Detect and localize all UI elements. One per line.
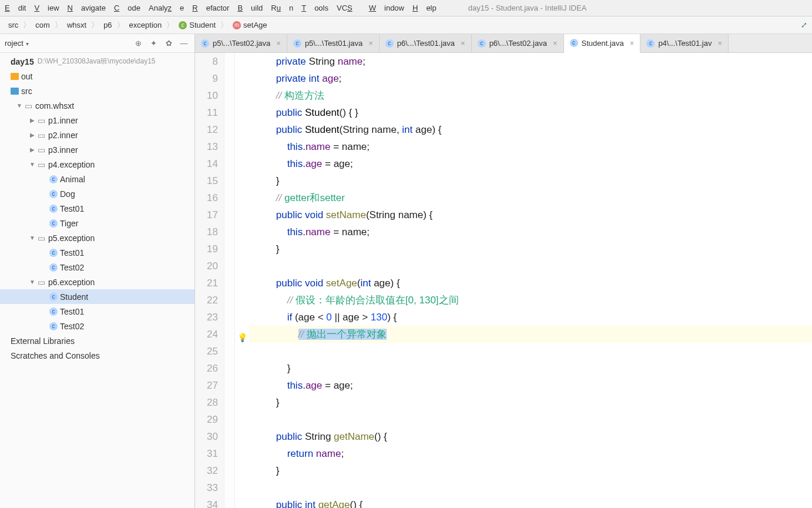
close-icon[interactable]: × [630, 39, 635, 48]
tree-node-test02[interactable]: Test02 [0, 260, 194, 275]
crumb-src[interactable]: src [5, 19, 22, 31]
tree-node-test01[interactable]: Test01 [0, 201, 194, 216]
menu-code[interactable]: Code [114, 4, 140, 12]
collapse-button[interactable]: ⤢ [801, 21, 807, 29]
tree-node-student[interactable]: Student [0, 289, 194, 304]
close-icon[interactable]: × [717, 39, 722, 48]
menu-refactor[interactable]: Refactor [192, 4, 229, 12]
tree-node-animal[interactable]: Animal [0, 172, 194, 186]
tree-external-libraries[interactable]: External Libraries [0, 333, 194, 348]
tree-node-p6.exception[interactable]: ▼p6.exception [0, 275, 194, 289]
intention-bulb-icon[interactable]: 💡 [237, 329, 247, 346]
code-area[interactable]: 8910111213141516171819202122232425262728… [195, 53, 812, 508]
menu-tools[interactable]: Tools [301, 4, 328, 12]
tab-label: Student.java [582, 39, 624, 48]
line-gutter[interactable]: 8910111213141516171819202122232425262728… [195, 53, 224, 508]
tree-node-p3.inner[interactable]: ▶p3.inner [0, 142, 194, 157]
close-icon[interactable]: × [276, 39, 281, 48]
crumb-p6[interactable]: p6 [100, 19, 115, 31]
window-title: day15 - Student.java - IntelliJ IDEA [468, 4, 587, 12]
locate-icon[interactable]: ⊕ [132, 38, 144, 49]
menu-navigate[interactable]: Navigate [68, 4, 106, 12]
menu-bar: Edit View Navigate Code Analyze Refactor… [0, 0, 812, 16]
tree-node-out[interactable]: out [0, 69, 194, 83]
tree-node-p5.exception[interactable]: ▼p5.exception [0, 230, 194, 245]
menu-build[interactable]: Build [237, 4, 263, 12]
tab-p6-----Test01-java[interactable]: p6\...\Test01.java× [380, 34, 472, 52]
crumb-whsxt[interactable]: whsxt [63, 19, 90, 31]
tree-node-test01[interactable]: Test01 [0, 245, 194, 260]
menu-vcs[interactable]: VCS [337, 4, 361, 12]
tab-label: p4\...\Test01.jav [658, 39, 712, 48]
icon-column[interactable]: 💡 [235, 53, 249, 508]
tree-node-p1.inner[interactable]: ▶p1.inner [0, 113, 194, 128]
java-class-icon [201, 39, 209, 48]
tree-node-p2.inner[interactable]: ▶p2.inner [0, 128, 194, 142]
project-tree[interactable]: day15D:\WH_210308Java班\mycode\day15outsr… [0, 53, 194, 508]
tab-label: p5\...\Test01.java [305, 39, 363, 48]
code-text[interactable]: private String name; private int age; //… [249, 53, 812, 508]
tree-node-dog[interactable]: Dog [0, 186, 194, 201]
java-class-icon [385, 39, 394, 48]
tab-p6-----Test02-java[interactable]: p6\...\Test02.java× [472, 34, 564, 52]
java-class-icon [570, 39, 578, 47]
tree-scratches-and-consoles[interactable]: Scratches and Consoles [0, 348, 194, 363]
tree-node-src[interactable]: src [0, 83, 194, 98]
tab-label: p6\...\Test02.java [489, 39, 547, 48]
tree-root[interactable]: day15D:\WH_210308Java班\mycode\day15 [0, 54, 194, 69]
java-class-icon [478, 39, 486, 48]
sidebar-view-selector[interactable]: roject [5, 39, 29, 48]
menu-view[interactable]: View [34, 4, 59, 12]
close-icon[interactable]: × [368, 39, 373, 48]
tab-label: p5\...\Test02.java [213, 39, 270, 48]
crumb-com[interactable]: com [32, 19, 53, 31]
tab-Student-java[interactable]: Student.java× [564, 34, 641, 53]
expand-icon[interactable]: ✦ [147, 38, 159, 49]
tree-node-test01[interactable]: Test01 [0, 304, 194, 319]
menu-edit[interactable]: Edit [5, 4, 26, 12]
sidebar-header: roject ⊕ ✦ ✿ — [0, 34, 194, 53]
close-icon[interactable]: × [461, 39, 465, 48]
tree-node-tiger[interactable]: Tiger [0, 216, 194, 230]
java-class-icon [646, 39, 655, 48]
close-icon[interactable]: × [553, 39, 558, 48]
settings-icon[interactable]: ✿ [163, 38, 175, 49]
menu-run[interactable]: Run [271, 4, 293, 12]
menu-window[interactable]: Window [369, 4, 404, 12]
java-class-icon [293, 39, 301, 48]
tab-p4-----Test01-jav[interactable]: p4\...\Test01.jav× [640, 34, 729, 52]
tree-node-test02[interactable]: Test02 [0, 319, 194, 333]
project-sidebar: roject ⊕ ✦ ✿ — day15D:\WH_210308Java班\my… [0, 34, 195, 508]
crumb-class[interactable]: cStudent [175, 19, 219, 31]
editor-tabs: p5\...\Test02.java×p5\...\Test01.java×p6… [195, 34, 812, 53]
crumb-exception[interactable]: exception [126, 19, 166, 31]
tree-node-com.whsxt[interactable]: ▼com.whsxt [0, 98, 194, 113]
tab-p5-----Test02-java[interactable]: p5\...\Test02.java× [195, 34, 287, 52]
menu-analyze[interactable]: Analyze [149, 4, 184, 12]
tab-label: p6\...\Test01.java [397, 39, 455, 48]
tab-p5-----Test01-java[interactable]: p5\...\Test01.java× [287, 34, 380, 52]
breadcrumb: src〉 com〉 whsxt〉 p6〉 exception〉 cStudent… [0, 16, 812, 34]
hide-icon[interactable]: — [178, 38, 190, 49]
fold-column[interactable] [224, 53, 235, 508]
crumb-method[interactable]: msetAge [229, 19, 270, 31]
editor: p5\...\Test02.java×p5\...\Test01.java×p6… [195, 34, 812, 508]
tree-node-p4.exception[interactable]: ▼p4.exception [0, 157, 194, 172]
menu-help[interactable]: Help [412, 4, 437, 12]
